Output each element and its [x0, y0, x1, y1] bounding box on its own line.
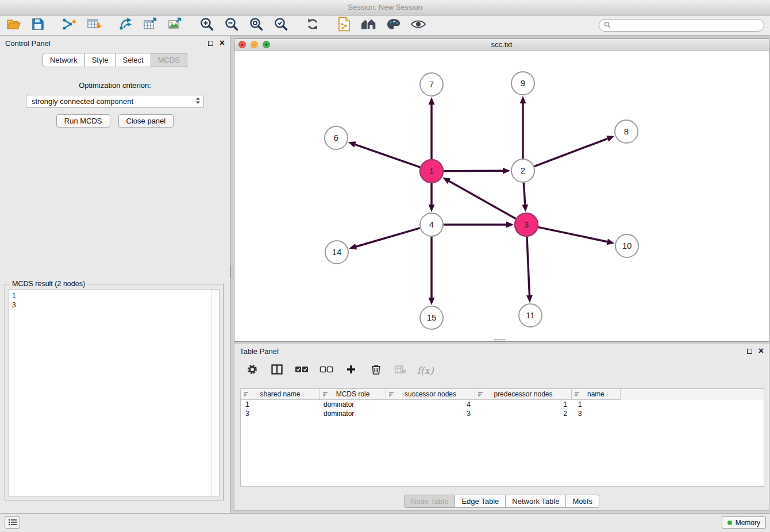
network-edge-3-10[interactable] — [538, 227, 615, 245]
network-edge-4-15[interactable] — [429, 237, 435, 305]
search-input[interactable] — [614, 21, 759, 30]
network-edge-2-9[interactable] — [520, 96, 526, 159]
open-session-button[interactable] — [5, 17, 22, 34]
table-cell[interactable]: 2 — [475, 410, 572, 418]
tab-edge-table[interactable]: Edge Table — [455, 495, 506, 508]
table-body: 1dominator4113dominator323 — [241, 400, 764, 418]
column-header[interactable]: name — [572, 389, 621, 400]
table-row[interactable]: 3dominator323 — [241, 409, 764, 418]
table-cell[interactable]: 1 — [572, 400, 621, 408]
tab-motifs[interactable]: Motifs — [566, 495, 599, 508]
network-node-9[interactable]: 9 — [511, 72, 534, 95]
delete-column-button[interactable] — [368, 364, 383, 377]
table-cell[interactable]: 4 — [386, 400, 475, 408]
close-window-button[interactable]: × — [238, 41, 246, 48]
network-node-8[interactable]: 8 — [615, 120, 638, 143]
zoom-out-button[interactable] — [223, 17, 240, 34]
save-session-button[interactable] — [29, 17, 47, 34]
tab-style[interactable]: Style — [85, 53, 116, 67]
table-row[interactable]: 1dominator411 — [241, 400, 764, 409]
table-cell[interactable]: 1 — [241, 400, 320, 408]
table-cell[interactable]: 1 — [475, 400, 572, 408]
network-node-6[interactable]: 6 — [325, 126, 348, 149]
tab-node-table[interactable]: Node Table — [404, 495, 456, 508]
network-node-7[interactable]: 7 — [420, 73, 443, 96]
tab-network-table[interactable]: Network Table — [506, 495, 566, 508]
tab-network[interactable]: Network — [43, 53, 85, 67]
deselect-all-button[interactable] — [319, 365, 334, 376]
close-panel-button[interactable]: Close panel — [118, 114, 174, 128]
table-settings-button[interactable] — [245, 364, 260, 377]
tab-mcds[interactable]: MCDS — [151, 53, 187, 67]
panel-menu-button[interactable] — [5, 516, 20, 529]
network-edge-4-14[interactable] — [349, 228, 420, 250]
network-node-15[interactable]: 15 — [420, 306, 443, 329]
memory-button[interactable]: Memory — [722, 516, 766, 529]
network-node-3[interactable]: 3 — [515, 213, 538, 236]
refresh-button[interactable] — [304, 17, 321, 34]
select-all-icon — [295, 365, 309, 376]
column-header[interactable]: successor nodes — [386, 389, 475, 400]
network-window-titlebar[interactable]: × − + scc.txt — [234, 39, 769, 51]
export-network-button[interactable] — [117, 17, 134, 34]
add-column-button[interactable] — [344, 364, 359, 377]
window-titlebar[interactable]: Session: New Session — [0, 0, 770, 16]
tab-select[interactable]: Select — [116, 53, 151, 67]
network-edge-3-11[interactable] — [526, 237, 533, 303]
network-edge-1-4[interactable] — [429, 183, 435, 212]
network-edge-1-7[interactable] — [429, 97, 435, 159]
network-edge-3-1[interactable] — [442, 178, 516, 219]
splitter-handle-vertical[interactable] — [230, 265, 233, 278]
table-cell[interactable]: 3 — [241, 410, 320, 418]
close-table-panel-icon[interactable]: × — [759, 347, 764, 355]
network-edge-2-8[interactable] — [534, 136, 615, 166]
style-button[interactable] — [385, 17, 402, 34]
export-table-button[interactable] — [142, 17, 159, 34]
column-header[interactable]: shared name — [241, 389, 320, 400]
network-edge-1-2[interactable] — [444, 168, 510, 174]
search-box[interactable] — [599, 19, 764, 32]
function-builder-button[interactable]: f(x) — [418, 365, 433, 376]
zoom-in-button[interactable] — [198, 17, 215, 34]
run-mcds-button[interactable]: Run MCDS — [56, 114, 110, 128]
table-cell[interactable]: dominator — [320, 410, 386, 418]
network-node-4[interactable]: 4 — [420, 213, 443, 236]
import-network-button[interactable] — [61, 17, 78, 34]
zoom-fit-button[interactable] — [248, 17, 265, 34]
network-node-10[interactable]: 10 — [615, 234, 638, 257]
network-canvas[interactable]: 7968124314101511 — [234, 51, 769, 342]
minimize-window-button[interactable]: − — [251, 41, 258, 48]
mcds-result-list[interactable]: 13 — [9, 289, 220, 496]
export-image-button[interactable] — [167, 17, 184, 34]
table-cell[interactable]: 3 — [572, 410, 621, 418]
show-columns-button[interactable] — [270, 364, 284, 377]
select-all-button[interactable] — [294, 365, 309, 376]
table-cell[interactable]: 3 — [386, 410, 475, 418]
home-button[interactable] — [360, 17, 378, 34]
criterion-dropdown[interactable]: strongly connected component — [26, 95, 204, 108]
close-panel-icon[interactable]: × — [220, 39, 225, 47]
network-edge-4-3[interactable] — [444, 222, 514, 228]
maximize-window-button[interactable]: + — [263, 41, 270, 48]
splitter-handle-horizontal[interactable] — [494, 339, 506, 341]
network-node-14[interactable]: 14 — [325, 241, 348, 264]
network-node-1[interactable]: 1 — [420, 160, 443, 183]
delete-table-button[interactable] — [393, 365, 408, 376]
network-node-2[interactable]: 2 — [511, 159, 534, 182]
network-node-11[interactable]: 11 — [519, 304, 542, 327]
import-table-button[interactable] — [86, 17, 103, 34]
show-graphics-button[interactable] — [410, 17, 427, 34]
network-edge-1-6[interactable] — [348, 141, 420, 167]
float-panel-icon[interactable] — [208, 41, 213, 46]
table-panel: Table Panel × f(x) shared nameMCDS roles… — [234, 343, 769, 511]
share-document-icon — [338, 17, 351, 34]
column-header[interactable]: predecessor nodes — [475, 389, 572, 400]
network-edge-2-3[interactable] — [522, 183, 528, 212]
float-table-panel-icon[interactable] — [747, 349, 752, 354]
network-window: × − + scc.txt 7968124314101511 — [234, 38, 769, 342]
zoom-selected-button[interactable] — [272, 17, 290, 34]
network-window-title: scc.txt — [491, 40, 513, 49]
column-header[interactable]: MCDS role — [320, 389, 386, 400]
share-document-button[interactable] — [336, 17, 353, 34]
table-cell[interactable]: dominator — [320, 400, 386, 408]
